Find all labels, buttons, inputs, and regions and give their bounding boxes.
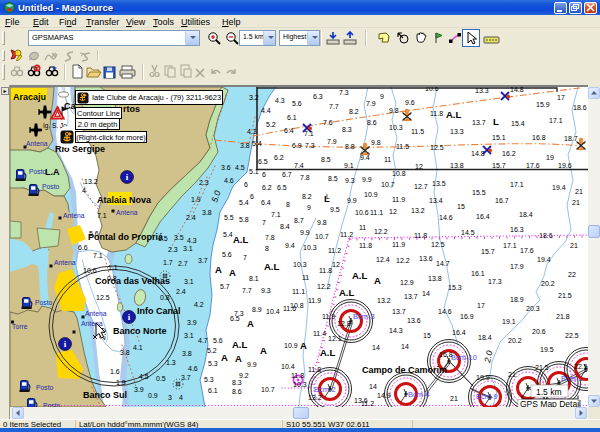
svg-text:4: 4 <box>179 394 183 401</box>
svg-text:L: L <box>324 193 330 204</box>
svg-text:3.2: 3.2 <box>249 94 259 101</box>
svg-text:1.3: 1.3 <box>166 359 176 366</box>
svg-text:9.8: 9.8 <box>317 219 327 226</box>
svg-text:A: A <box>260 345 267 356</box>
svg-text:13.2: 13.2 <box>84 178 98 185</box>
svg-text:10.4: 10.4 <box>281 363 295 370</box>
svg-text:13.3: 13.3 <box>475 87 489 94</box>
svg-text:13.3: 13.3 <box>450 128 464 135</box>
svg-text:20.2: 20.2 <box>508 337 522 344</box>
svg-text:3.6: 3.6 <box>221 164 231 171</box>
svg-text:15: 15 <box>457 203 465 210</box>
svg-text:Bcm-3: Bcm-3 <box>353 312 375 321</box>
svg-text:8.5: 8.5 <box>321 156 331 163</box>
svg-text:9.8: 9.8 <box>389 107 399 114</box>
svg-text:15.9: 15.9 <box>536 101 550 108</box>
svg-text:18.6: 18.6 <box>539 232 553 239</box>
svg-text:Bcm-2: Bcm-2 <box>314 385 336 394</box>
svg-text:4.2: 4.2 <box>194 301 204 308</box>
svg-text:Antena: Antena <box>63 212 85 219</box>
svg-text:11.8: 11.8 <box>414 232 427 239</box>
svg-text:13.4: 13.4 <box>429 197 443 204</box>
svg-text:3.8: 3.8 <box>240 142 250 149</box>
svg-text:7.8: 7.8 <box>265 234 275 241</box>
svg-text:7: 7 <box>262 219 266 226</box>
svg-text:8.8: 8.8 <box>345 143 355 150</box>
svg-text:1.1: 1.1 <box>108 264 118 271</box>
svg-text:5.4: 5.4 <box>239 199 249 206</box>
svg-text:9.8: 9.8 <box>371 139 381 146</box>
svg-text:0.8: 0.8 <box>160 294 170 301</box>
svg-text:6: 6 <box>244 181 248 188</box>
svg-text:10.6: 10.6 <box>425 87 439 92</box>
svg-text:Info Canal: Info Canal <box>137 306 181 316</box>
svg-text:A.L: A.L <box>446 109 462 120</box>
svg-text:14.6: 14.6 <box>439 214 453 221</box>
svg-text:17.1: 17.1 <box>549 117 563 124</box>
svg-text:9.9: 9.9 <box>300 229 310 236</box>
svg-text:17.6: 17.6 <box>520 247 534 254</box>
svg-text:5.2: 5.2 <box>266 121 276 128</box>
svg-text:Torre: Torre <box>12 323 28 330</box>
svg-text:10.6: 10.6 <box>83 267 97 274</box>
svg-text:18.7: 18.7 <box>564 135 578 142</box>
svg-text:11: 11 <box>359 224 366 231</box>
svg-text:11.1: 11.1 <box>292 288 305 295</box>
svg-text:8.3: 8.3 <box>232 379 242 386</box>
svg-text:17.6: 17.6 <box>526 162 540 169</box>
svg-text:11.9: 11.9 <box>322 313 335 320</box>
svg-text:11.6: 11.6 <box>283 305 296 312</box>
svg-text:1.6: 1.6 <box>110 368 120 375</box>
svg-text:A: A <box>247 318 254 329</box>
svg-text:22.5: 22.5 <box>574 363 588 370</box>
svg-text:21.5: 21.5 <box>558 292 572 299</box>
svg-text:21: 21 <box>572 199 580 206</box>
svg-text:A.L: A.L <box>232 339 248 350</box>
svg-text:7: 7 <box>243 254 247 261</box>
svg-text:3.9: 3.9 <box>187 319 197 326</box>
svg-text:9.1: 9.1 <box>344 162 354 169</box>
svg-text:22: 22 <box>568 271 576 278</box>
svg-text:5.7: 5.7 <box>220 283 230 290</box>
svg-text:A.L: A.L <box>233 234 249 245</box>
svg-text:4.6: 4.6 <box>224 177 234 184</box>
svg-text:15.1: 15.1 <box>492 134 506 141</box>
svg-text:GPS Map Detail: GPS Map Detail <box>520 399 581 407</box>
svg-text:11: 11 <box>302 274 309 281</box>
svg-text:7.1: 7.1 <box>304 130 314 137</box>
svg-text:A.L: A.L <box>339 287 355 298</box>
svg-text:Coroa das Velhas: Coroa das Velhas <box>95 276 170 286</box>
svg-text:19.5: 19.5 <box>540 346 554 353</box>
svg-text:2.4: 2.4 <box>176 288 186 295</box>
svg-text:17.3: 17.3 <box>488 278 502 285</box>
svg-text:Atalaia Nova: Atalaia Nova <box>97 195 152 205</box>
svg-text:15.7: 15.7 <box>481 248 495 255</box>
svg-text:4.5: 4.5 <box>139 373 149 380</box>
svg-text:5.1: 5.1 <box>249 168 259 175</box>
svg-text:10.3: 10.3 <box>293 261 307 268</box>
svg-text:12.2: 12.2 <box>396 257 410 264</box>
svg-text:9.9: 9.9 <box>247 361 257 368</box>
svg-text:11.2: 11.2 <box>340 231 353 238</box>
svg-text:1.7: 1.7 <box>163 259 173 266</box>
svg-text:4.6: 4.6 <box>188 365 198 372</box>
svg-text:rtos: rtos <box>123 104 140 114</box>
svg-text:12.2: 12.2 <box>374 228 388 235</box>
svg-text:8.3: 8.3 <box>342 126 352 133</box>
svg-text:5.3: 5.3 <box>204 376 214 383</box>
svg-text:11.4: 11.4 <box>313 330 326 337</box>
svg-text:13.6: 13.6 <box>407 317 421 324</box>
svg-text:10.3: 10.3 <box>293 381 307 388</box>
svg-text:10.7: 10.7 <box>315 233 329 240</box>
svg-text:12: 12 <box>332 261 340 268</box>
svg-text:6.5: 6.5 <box>258 158 268 165</box>
svg-text:10.7: 10.7 <box>381 181 395 188</box>
svg-text:6.4: 6.4 <box>284 127 294 134</box>
svg-text:5.6: 5.6 <box>222 251 232 258</box>
svg-text:14: 14 <box>369 383 377 390</box>
svg-text:7.1: 7.1 <box>97 212 107 219</box>
svg-text:4.5: 4.5 <box>235 164 245 171</box>
svg-text:17: 17 <box>557 94 565 101</box>
svg-text:A: A <box>235 353 242 364</box>
svg-text:2.7: 2.7 <box>178 260 188 267</box>
